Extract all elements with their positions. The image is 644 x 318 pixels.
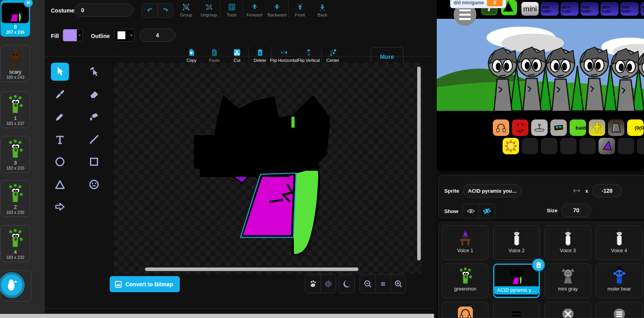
variable-monitor[interactable]: did minigame 0 [450, 0, 506, 8]
sprite-icon-button[interactable] [503, 138, 519, 154]
costume-card[interactable]: 0 207 x 235 ✕ [0, 0, 30, 37]
sprite-card[interactable] [493, 302, 540, 318]
wave-tool-button[interactable] [320, 275, 336, 293]
canvas-vertical-scrollbar[interactable] [417, 67, 421, 260]
sprite-icon-button[interactable]: (0(0 [627, 119, 644, 136]
undo-redo-group [142, 4, 173, 18]
stage-chip-button[interactable]: place holder [561, 2, 579, 16]
tool-icon [54, 66, 65, 77]
sprite-card[interactable] [442, 302, 488, 318]
sprite-card[interactable] [596, 302, 642, 318]
toolbar-button[interactable]: Flip Horizontal [271, 47, 296, 63]
toolbar-button[interactable]: Flip Vertical [296, 47, 321, 63]
dark-mode-button[interactable] [339, 275, 354, 293]
toolbar-button[interactable]: Copy [180, 47, 203, 63]
toolbar-button[interactable]: Forward [243, 2, 266, 17]
stage-chip-button[interactable]: place holder [541, 2, 559, 16]
toolbar-button[interactable]: Backward [266, 2, 288, 17]
sprite-list: Voice 1 Voice 2 Voice 3 Voice 4 greenmon… [438, 222, 644, 318]
tool-button-text[interactable] [51, 130, 69, 148]
hide-sprite-button[interactable] [479, 204, 495, 218]
tool-button-triangle[interactable] [51, 175, 69, 193]
sprite-icon-button[interactable] [512, 119, 528, 136]
fill-color-picker[interactable]: ▼ [63, 29, 83, 42]
sprite-icon-button[interactable] [618, 138, 634, 154]
costume-name-input[interactable]: 0 [74, 4, 133, 17]
sprite-card[interactable]: moler bear [596, 264, 642, 298]
sprite-icon-button[interactable] [608, 119, 624, 136]
toolbar-button[interactable]: Front [288, 2, 311, 17]
sprite-icon-button[interactable]: bald [570, 119, 586, 136]
tool-button-select[interactable] [51, 63, 69, 81]
toolbar-button[interactable]: Paste [203, 47, 226, 63]
stage-scene[interactable] [437, 19, 644, 111]
sprite-card[interactable]: Voice 3 [545, 225, 591, 260]
sprite-card[interactable]: mini gray [545, 264, 591, 298]
paint-canvas[interactable] [114, 63, 422, 274]
delete-sprite-button[interactable] [532, 258, 545, 271]
sprite-icon-button[interactable] [541, 138, 557, 154]
stage-chip-button[interactable]: mini [521, 2, 539, 16]
convert-to-bitmap-button[interactable]: Convert to Bitmap [110, 276, 180, 292]
toolbar-button[interactable]: Back [311, 2, 334, 17]
sprite-icon-button[interactable] [550, 119, 567, 136]
tool-button-brush[interactable] [51, 85, 69, 103]
toolbar-button-label: Cut [233, 58, 240, 63]
redo-button[interactable] [157, 4, 173, 17]
sprite-icon-button[interactable] [531, 119, 548, 136]
tool-icon [89, 111, 99, 122]
paw-tool-button[interactable] [305, 275, 320, 293]
toolbar-button[interactable]: Delete [248, 47, 271, 63]
tool-button-oval[interactable] [51, 153, 69, 171]
canvas-horizontal-scrollbar[interactable] [145, 267, 358, 271]
delete-costume-button[interactable]: ✕ [24, 0, 33, 7]
toolbar-button[interactable]: Center [321, 47, 344, 63]
stroke-width-input[interactable]: 4 [139, 29, 175, 42]
sprite-card[interactable]: Voice 4 [596, 225, 642, 260]
outline-color-picker[interactable]: ▼ [114, 29, 135, 42]
sprite-icon-button[interactable] [637, 138, 644, 154]
tool-button-rectangle[interactable] [85, 153, 103, 171]
size-input[interactable]: 70 [561, 204, 591, 217]
tool-button-face[interactable] [85, 175, 103, 193]
toolbar-button[interactable]: Ungroup [197, 2, 220, 17]
sprite-icon-button[interactable] [560, 138, 577, 154]
stage-chip-button[interactable]: place holder [620, 2, 639, 16]
show-sprite-button[interactable] [463, 204, 479, 218]
tool-button-line[interactable] [85, 130, 103, 148]
tool-button-eraser[interactable] [85, 85, 103, 103]
sprite-card[interactable]: greenmon [442, 264, 488, 298]
costume-card[interactable]: 4 183 x 232 [0, 225, 30, 262]
sprite-icon-button[interactable] [599, 138, 615, 154]
add-costume-button[interactable] [0, 272, 25, 298]
costume-card[interactable]: scary 180 x 243 [0, 45, 30, 82]
toolbar-button[interactable]: Tools [220, 2, 243, 17]
tool-button-pen[interactable] [51, 108, 69, 126]
sprite-card[interactable]: Voice 2 [493, 225, 540, 260]
tool-button-reshape[interactable] [85, 63, 103, 81]
toolbar-button[interactable]: Group [175, 2, 197, 17]
toolbar-button[interactable]: Cut [226, 47, 248, 63]
costume-card[interactable]: 1 183 x 237 [0, 91, 30, 128]
sprite-icon-button[interactable] [522, 138, 538, 154]
sprite-card[interactable] [545, 302, 591, 318]
tool-button-arrow[interactable] [51, 198, 69, 216]
zoom-in-button[interactable] [391, 275, 406, 293]
sprite-card[interactable]: Voice 1 [442, 225, 488, 260]
sprite-icon-button[interactable] [589, 119, 605, 136]
undo-button[interactable] [142, 4, 157, 17]
sprite-card[interactable]: ACID pyramix y… [493, 264, 540, 298]
sprite-icon-button[interactable] [579, 138, 596, 154]
x-position-input[interactable]: -128 [592, 184, 622, 197]
sprite-icon-button[interactable] [493, 119, 509, 136]
tool-button-fill[interactable] [85, 108, 103, 126]
costume-card[interactable]: 2 183 x 235 [0, 180, 30, 217]
zoom-out-button[interactable] [360, 275, 375, 293]
toolbar-button-label: Group [180, 13, 192, 17]
costume-card[interactable]: 3 183 x 233 [0, 136, 30, 173]
stage-chip-button[interactable]: place holder [640, 2, 644, 16]
sprite-name-input[interactable]: ACID pyramix you… [463, 184, 522, 197]
zoom-reset-button[interactable] [375, 275, 391, 293]
stage-chip-button[interactable]: place holder [601, 2, 619, 16]
stage-chip-button[interactable]: place holder [581, 2, 599, 16]
